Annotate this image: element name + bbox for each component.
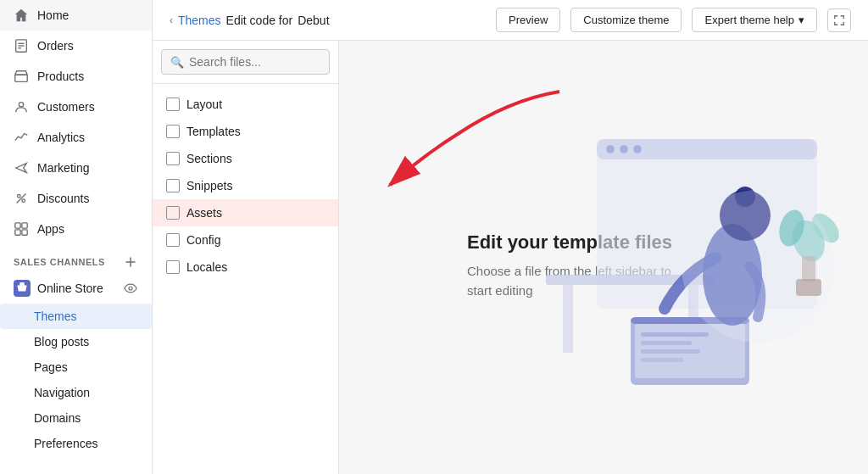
sidebar-label-orders: Orders — [37, 39, 74, 53]
svg-point-18 — [620, 145, 628, 153]
add-sales-channel-icon[interactable] — [123, 254, 138, 270]
svg-point-13 — [129, 287, 132, 290]
top-bar-actions: Preview Customize theme Expert theme hel… — [496, 8, 851, 32]
file-list: Layout Templates Sections Snippets Asset… — [153, 84, 338, 287]
apps-icon — [14, 221, 29, 237]
svg-point-38 — [682, 190, 834, 343]
breadcrumb: ‹ Themes Edit code for Debut — [170, 14, 330, 27]
sidebar-item-products[interactable]: Products — [0, 61, 152, 92]
split-area: 🔍 Layout Templates Sections — [153, 41, 868, 474]
main-content: ‹ Themes Edit code for Debut Preview Cus… — [153, 0, 868, 474]
sub-nav-blog-posts[interactable]: Blog posts — [0, 329, 152, 354]
svg-rect-10 — [22, 223, 27, 228]
sidebar-label-analytics: Analytics — [37, 131, 85, 144]
breadcrumb-theme-name: Debut — [298, 14, 329, 27]
svg-rect-27 — [641, 341, 692, 345]
breadcrumb-themes-link[interactable]: Themes — [178, 14, 221, 27]
svg-rect-28 — [641, 349, 700, 354]
customize-theme-button[interactable]: Customize theme — [570, 8, 682, 32]
file-panel: 🔍 Layout Templates Sections — [153, 41, 339, 474]
search-input[interactable] — [189, 55, 320, 69]
file-item-sections[interactable]: Sections — [153, 145, 338, 172]
file-item-locales[interactable]: Locales — [153, 254, 338, 281]
left-sidebar: Home Orders Products Customers Analytics — [0, 0, 153, 474]
file-item-snippets[interactable]: Snippets — [153, 172, 338, 199]
online-store-label[interactable]: Online Store — [14, 280, 103, 297]
svg-point-19 — [633, 145, 642, 153]
search-container: 🔍 — [153, 41, 338, 84]
svg-rect-9 — [15, 223, 20, 228]
main-nav: Home Orders Products Customers Analytics — [0, 0, 152, 244]
online-store-actions — [123, 281, 138, 296]
sidebar-item-discounts[interactable]: Discounts — [0, 183, 152, 214]
sub-nav-pages[interactable]: Pages — [0, 354, 152, 380]
sub-nav-navigation[interactable]: Navigation — [0, 380, 152, 405]
sidebar-item-home[interactable]: Home — [0, 0, 152, 31]
svg-rect-12 — [22, 230, 27, 235]
svg-rect-11 — [15, 230, 20, 235]
discounts-icon — [14, 191, 29, 206]
file-icon-locales — [166, 260, 180, 274]
products-icon — [14, 69, 29, 84]
online-store-icon — [14, 280, 31, 297]
sidebar-label-marketing: Marketing — [37, 161, 89, 175]
svg-rect-21 — [563, 285, 573, 353]
file-icon-snippets — [166, 179, 180, 192]
file-item-config[interactable]: Config — [153, 226, 338, 254]
svg-point-17 — [606, 145, 615, 153]
sidebar-item-orders[interactable]: Orders — [0, 31, 152, 61]
marketing-icon — [14, 160, 29, 176]
online-store-row: Online Store — [0, 273, 152, 304]
svg-rect-26 — [641, 332, 709, 337]
sidebar-label-customers: Customers — [37, 100, 95, 114]
sales-channels-section: SALES CHANNELS — [0, 244, 152, 273]
file-icon-assets — [166, 206, 180, 220]
sidebar-item-analytics[interactable]: Analytics — [0, 122, 152, 153]
expand-icon[interactable] — [827, 8, 851, 32]
sub-nav-preferences[interactable]: Preferences — [0, 431, 152, 456]
top-bar: ‹ Themes Edit code for Debut Preview Cus… — [153, 0, 868, 41]
file-item-assets[interactable]: Assets — [153, 199, 338, 226]
file-icon-templates — [166, 125, 180, 138]
file-icon-sections — [166, 152, 180, 165]
preview-button[interactable]: Preview — [496, 8, 560, 32]
sub-nav-themes[interactable]: Themes — [0, 304, 152, 329]
svg-rect-29 — [641, 358, 683, 362]
sidebar-item-customers[interactable]: Customers — [0, 92, 152, 122]
analytics-icon — [14, 130, 29, 145]
sidebar-label-home: Home — [37, 8, 69, 22]
sidebar-item-marketing[interactable]: Marketing — [0, 153, 152, 183]
svg-rect-16 — [597, 139, 817, 159]
search-icon: 🔍 — [170, 56, 184, 69]
file-item-layout[interactable]: Layout — [153, 91, 338, 118]
svg-rect-4 — [15, 75, 27, 81]
sidebar-label-products: Products — [37, 70, 84, 83]
file-icon-config — [166, 233, 180, 247]
illustration — [478, 41, 868, 474]
file-item-templates[interactable]: Templates — [153, 118, 338, 145]
customers-icon — [14, 99, 29, 114]
expert-theme-help-button[interactable]: Expert theme help ▾ — [692, 8, 817, 32]
home-icon — [14, 8, 29, 23]
editor-area: Edit your template files Choose a file f… — [339, 41, 868, 474]
sidebar-item-apps[interactable]: Apps — [0, 214, 152, 244]
search-box[interactable]: 🔍 — [161, 49, 330, 75]
sub-nav-domains[interactable]: Domains — [0, 405, 152, 431]
svg-point-6 — [18, 195, 21, 198]
breadcrumb-edit-prefix: Edit code for — [226, 14, 293, 27]
file-icon-layout — [166, 98, 180, 111]
eye-icon[interactable] — [123, 281, 138, 296]
svg-point-7 — [22, 199, 25, 203]
orders-icon — [14, 38, 29, 53]
breadcrumb-chevron: ‹ — [170, 14, 173, 26]
sidebar-label-apps: Apps — [37, 222, 64, 236]
svg-point-5 — [19, 103, 23, 107]
sidebar-label-discounts: Discounts — [37, 192, 89, 205]
